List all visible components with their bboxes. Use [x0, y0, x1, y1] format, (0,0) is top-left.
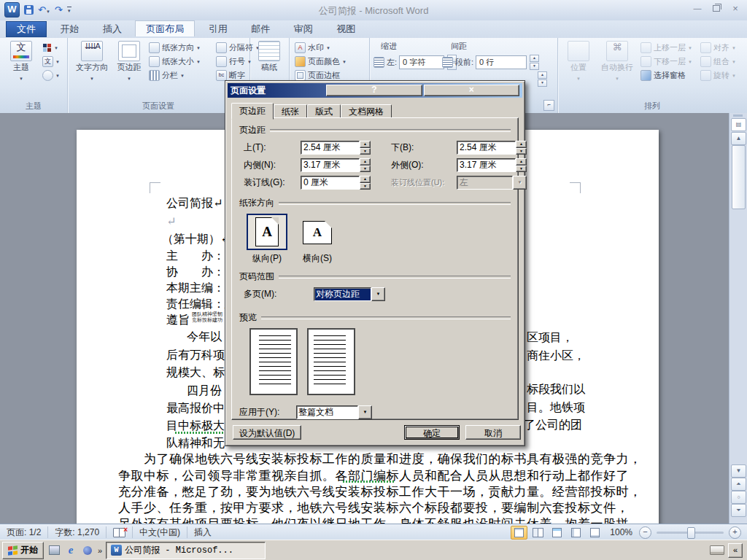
draft-view-button[interactable] — [587, 526, 603, 540]
inside-margin-stepper[interactable]: ▲▼ — [360, 158, 371, 172]
orientation-button[interactable]: 纸张方向▼ — [149, 42, 201, 54]
page-color-button[interactable]: 页面颜色▼ — [295, 55, 347, 68]
page-indicator[interactable]: 页面: 1/2 — [0, 526, 48, 538]
send-backward-button[interactable]: 下移一层▼ — [640, 55, 692, 68]
start-button[interactable]: 开始 — [2, 542, 44, 559]
ok-button[interactable]: 确定 — [404, 425, 460, 440]
watermark-button[interactable]: A 水印▼ — [295, 42, 330, 54]
spacing-before-stepper[interactable]: ▲▼ — [530, 55, 539, 70]
top-margin-stepper[interactable]: ▲▼ — [360, 141, 371, 155]
landscape-icon[interactable]: A — [298, 215, 337, 250]
outside-margin-stepper[interactable]: ▲▼ — [516, 158, 527, 172]
outline-view-button[interactable] — [568, 526, 584, 540]
cancel-button[interactable]: 取消 — [465, 425, 521, 440]
text-direction-button[interactable]: ⇊⇊A 文字方向▼ — [73, 41, 111, 83]
tray-collapse-button[interactable]: « — [728, 543, 743, 558]
previous-page-icon[interactable]: ⏶ — [731, 478, 746, 491]
position-icon — [568, 41, 589, 61]
wrap-text-button[interactable]: ⌘ 自动换行▼ — [597, 41, 638, 83]
group-button[interactable]: 组合▼ — [700, 55, 736, 68]
close-icon[interactable]: × — [729, 4, 741, 14]
zoom-slider-thumb[interactable] — [687, 527, 695, 539]
landscape-option[interactable]: A 横向(S) — [298, 215, 337, 265]
internet-explorer-icon[interactable]: e — [64, 544, 77, 557]
bring-forward-button[interactable]: 上移一层▼ — [640, 42, 692, 54]
taskbar-item-word[interactable]: W 公司简报 - Microsof... — [106, 542, 266, 559]
scroll-up-icon[interactable]: ▲ — [731, 132, 746, 145]
help-icon[interactable]: ? — [326, 85, 422, 96]
selection-pane-button[interactable]: 选择窗格 — [640, 69, 686, 82]
rotate-button[interactable]: 旋转▼ — [700, 69, 736, 82]
language-indicator[interactable]: 中文(中国) — [133, 526, 187, 538]
zoom-level[interactable]: 100% — [610, 527, 632, 537]
media-player-icon[interactable] — [81, 544, 94, 557]
dialog-tab-margins[interactable]: 页边距 — [231, 103, 274, 120]
quick-launch-overflow-icon[interactable]: » — [98, 546, 102, 555]
set-default-button[interactable]: 设为默认值(D) — [233, 425, 301, 440]
multiple-pages-label: 多页(M): — [244, 288, 314, 300]
theme-effects-button[interactable]: ▼ — [42, 69, 60, 82]
position-button[interactable]: 位置▼ — [562, 41, 595, 83]
portrait-icon[interactable]: A — [247, 214, 287, 250]
word-count[interactable]: 字数: 1,270 — [48, 526, 107, 538]
gutter-field[interactable]: 0 厘米 — [301, 176, 360, 190]
combo-arrow-icon[interactable]: ▼ — [371, 287, 385, 301]
dialog-tab-paper[interactable]: 纸张 — [274, 104, 307, 119]
outside-margin-field[interactable]: 3.17 厘米 — [457, 158, 516, 172]
fullscreen-reading-view-button[interactable] — [530, 526, 546, 540]
top-margin-field[interactable]: 2.54 厘米 — [301, 141, 360, 155]
tab-insert[interactable]: 插入 — [93, 21, 132, 37]
tab-mailings[interactable]: 邮件 — [241, 21, 280, 37]
spacing-before-control[interactable]: 段前: 0 行 ▲▼ — [442, 56, 539, 69]
bottom-margin-field[interactable]: 2.54 厘米 — [457, 141, 516, 155]
themes-button[interactable]: 文 主题▼ — [4, 41, 38, 83]
paper-size-button[interactable]: 纸张大小▼ — [149, 55, 201, 68]
tab-references[interactable]: 引用 — [198, 21, 238, 37]
align-button[interactable]: 对齐▼ — [700, 42, 736, 54]
multiple-pages-combo[interactable]: 对称页边距 ▼ — [314, 287, 385, 301]
theme-colors-button[interactable]: ▼ — [42, 42, 58, 54]
split-handle[interactable] — [733, 114, 743, 117]
manuscript-button[interactable]: 稿纸 — [252, 41, 286, 73]
gutter-stepper[interactable]: ▲▼ — [360, 176, 371, 190]
zoom-slider[interactable] — [657, 532, 724, 534]
proofing-status[interactable] — [107, 526, 133, 538]
input-method-keyboard-icon[interactable] — [710, 545, 724, 555]
theme-fonts-button[interactable]: 文▼ — [42, 55, 60, 68]
tab-home[interactable]: 开始 — [50, 21, 89, 37]
dialog-close-icon[interactable]: × — [424, 85, 519, 96]
scroll-down-icon[interactable]: ▼ — [731, 464, 746, 478]
apply-to-combo[interactable]: 整篇文档 ▼ — [296, 405, 372, 419]
scrollbar-thumb[interactable] — [732, 145, 746, 209]
insert-mode[interactable]: 插入 — [187, 526, 218, 538]
ruler-toggle-icon[interactable]: ▤ — [731, 118, 746, 131]
next-page-icon[interactable]: ⏷ — [731, 504, 746, 517]
vertical-scrollbar[interactable]: ▤ ▲ ▼ ⏶ ○ ⏷ — [729, 113, 747, 524]
dialog-title-bar[interactable]: 页面设置 ? × — [228, 83, 522, 98]
show-desktop-icon[interactable] — [47, 544, 61, 557]
tab-page-layout[interactable]: 页面布局 — [135, 20, 195, 36]
bottom-margin-stepper[interactable]: ▲▼ — [516, 141, 527, 155]
tab-review[interactable]: 审阅 — [284, 21, 323, 37]
indent-left-field[interactable]: 0 字符 — [399, 55, 444, 69]
select-browse-object-icon[interactable]: ○ — [731, 491, 746, 504]
line-numbers-button[interactable]: 行号▼ — [216, 55, 252, 68]
inside-margin-field[interactable]: 3.17 厘米 — [301, 158, 360, 172]
spacing-after-stepper[interactable]: ▲▼ — [538, 71, 547, 87]
web-layout-view-button[interactable] — [549, 526, 565, 540]
tab-file[interactable]: 文件 — [6, 21, 47, 37]
minimize-icon[interactable]: — — [692, 4, 703, 14]
zoom-out-button[interactable]: − — [639, 526, 651, 539]
print-layout-view-button[interactable] — [511, 526, 527, 540]
margins-button[interactable]: 页边距▼ — [112, 41, 146, 83]
columns-button[interactable]: 分栏▼ — [149, 69, 185, 82]
spacing-before-field[interactable]: 0 行 — [476, 55, 527, 69]
restore-icon[interactable] — [711, 4, 722, 14]
dialog-tab-grid[interactable]: 文档网格 — [341, 104, 392, 119]
dialog-tab-layout[interactable]: 版式 — [307, 104, 341, 119]
paragraph-dialog-launcher-icon[interactable]: ⌐ — [543, 100, 554, 111]
portrait-option[interactable]: A 纵向(P) — [247, 214, 287, 265]
tab-view[interactable]: 视图 — [326, 21, 365, 37]
zoom-in-button[interactable]: + — [729, 526, 741, 539]
combo-arrow-icon[interactable]: ▼ — [358, 405, 372, 419]
